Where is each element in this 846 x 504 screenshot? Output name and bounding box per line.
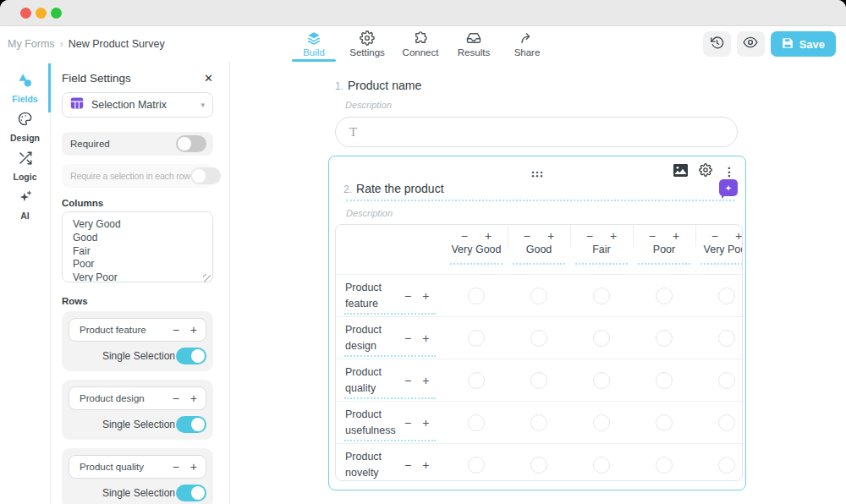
remove-column-button[interactable]: − xyxy=(586,230,593,242)
columns-textarea[interactable]: Very Good Good Fair Poor Very Poor xyxy=(62,211,213,282)
add-column-button[interactable]: + xyxy=(673,230,679,242)
matrix-column-label[interactable]: Good xyxy=(526,244,552,255)
radio-option[interactable] xyxy=(718,457,735,474)
radio-option[interactable] xyxy=(656,457,673,474)
add-row-button[interactable]: + xyxy=(422,375,429,386)
image-icon[interactable] xyxy=(673,164,688,180)
revision-history-button[interactable] xyxy=(703,31,731,57)
single-selection-toggle[interactable] xyxy=(176,485,206,501)
radio-option[interactable] xyxy=(718,288,735,304)
radio-option[interactable] xyxy=(656,414,673,431)
tab-settings[interactable]: Settings xyxy=(343,26,391,62)
question-title[interactable]: Product name xyxy=(348,79,421,92)
add-column-button[interactable]: + xyxy=(735,230,742,242)
tab-build[interactable]: Build xyxy=(290,26,338,62)
remove-row-button[interactable]: − xyxy=(173,392,179,404)
matrix-row-label[interactable]: Product novelty xyxy=(345,449,399,481)
matrix-column-label[interactable]: Very Poor xyxy=(704,244,743,255)
minimize-window-icon[interactable] xyxy=(36,8,47,19)
radio-option[interactable] xyxy=(718,372,735,389)
tab-results[interactable]: Results xyxy=(450,26,497,62)
rail-item-logic[interactable]: Logic xyxy=(0,146,50,185)
ai-assistant-button[interactable]: ✦ xyxy=(719,179,738,196)
question-title[interactable]: Rate the product xyxy=(356,182,444,195)
field-type-dropdown[interactable]: Selection Matrix ▾ xyxy=(62,92,213,118)
resize-handle[interactable] xyxy=(203,274,211,282)
matrix-row-label[interactable]: Product usefulness xyxy=(345,407,399,439)
radio-option[interactable] xyxy=(593,414,610,431)
zoom-window-icon[interactable] xyxy=(51,8,62,19)
tab-share[interactable]: Share xyxy=(503,26,551,62)
radio-option[interactable] xyxy=(593,330,610,347)
remove-row-button[interactable]: − xyxy=(404,459,411,471)
add-column-button[interactable]: + xyxy=(547,230,554,242)
radio-option[interactable] xyxy=(530,288,547,304)
radio-option[interactable] xyxy=(468,288,485,304)
tab-connect[interactable]: Connect xyxy=(397,26,444,62)
radio-option[interactable] xyxy=(718,414,735,431)
matrix-row-label[interactable]: Product feature xyxy=(345,280,399,312)
remove-column-button[interactable]: − xyxy=(524,230,530,242)
add-column-button[interactable]: + xyxy=(610,230,617,242)
matrix-column-label[interactable]: Very Good xyxy=(451,244,501,255)
add-row-button[interactable]: + xyxy=(422,290,429,302)
add-row-button[interactable]: + xyxy=(422,459,429,471)
rail-item-design[interactable]: Design xyxy=(0,107,50,146)
remove-column-button[interactable]: − xyxy=(711,230,718,242)
breadcrumb-form-title[interactable]: New Product Survey xyxy=(69,38,165,50)
add-row-button[interactable]: + xyxy=(190,461,197,473)
radio-option[interactable] xyxy=(468,330,485,347)
radio-option[interactable] xyxy=(656,330,673,347)
add-row-button[interactable]: + xyxy=(190,392,197,404)
more-options-icon[interactable]: ⋮ xyxy=(723,165,735,178)
radio-option[interactable] xyxy=(656,372,673,389)
radio-option[interactable] xyxy=(530,372,547,389)
rail-item-fields[interactable]: Fields xyxy=(0,68,50,107)
question-description-placeholder[interactable]: Description xyxy=(329,208,745,218)
matrix-column-label[interactable]: Fair xyxy=(592,244,611,255)
add-row-button[interactable]: + xyxy=(190,324,197,336)
preview-form-button[interactable] xyxy=(737,31,765,57)
radio-option[interactable] xyxy=(593,372,610,389)
remove-row-button[interactable]: − xyxy=(404,417,411,429)
product-name-input[interactable]: T xyxy=(335,117,738,147)
radio-option[interactable] xyxy=(530,457,547,474)
radio-option[interactable] xyxy=(468,372,485,389)
required-toggle[interactable] xyxy=(176,135,206,152)
matrix-row-label[interactable]: Product design xyxy=(345,322,399,354)
single-selection-toggle[interactable] xyxy=(176,348,206,364)
radio-option[interactable] xyxy=(718,330,735,347)
radio-option[interactable] xyxy=(530,330,547,347)
remove-row-button[interactable]: − xyxy=(404,375,411,386)
add-row-button[interactable]: + xyxy=(422,332,429,344)
remove-column-button[interactable]: − xyxy=(649,230,656,242)
matrix-column-label[interactable]: Poor xyxy=(653,244,675,255)
question-description-placeholder[interactable]: Description xyxy=(328,100,761,110)
remove-column-button[interactable]: − xyxy=(461,230,468,242)
matrix-row-label[interactable]: Product quality xyxy=(345,364,399,397)
row-label-input[interactable] xyxy=(78,461,168,473)
single-selection-toggle[interactable] xyxy=(176,416,206,433)
add-column-button[interactable]: + xyxy=(485,230,492,242)
remove-row-button[interactable]: − xyxy=(173,461,179,473)
radio-option[interactable] xyxy=(468,414,485,431)
radio-option[interactable] xyxy=(530,414,547,431)
remove-row-button[interactable]: − xyxy=(404,332,411,344)
save-button[interactable]: Save xyxy=(771,31,836,57)
question-2-selected-card[interactable]: ⋮ 2. Rate the product ✦ Description xyxy=(328,156,746,490)
remove-row-button[interactable]: − xyxy=(173,324,179,336)
radio-option[interactable] xyxy=(593,288,610,304)
drag-handle-icon[interactable] xyxy=(531,166,544,181)
remove-row-button[interactable]: − xyxy=(404,290,411,302)
row-label-input[interactable] xyxy=(78,324,168,336)
gear-icon[interactable] xyxy=(699,163,712,180)
add-row-button[interactable]: + xyxy=(422,417,429,429)
radio-option[interactable] xyxy=(593,457,610,474)
radio-option[interactable] xyxy=(468,457,485,474)
radio-option[interactable] xyxy=(656,288,673,304)
row-label-input[interactable] xyxy=(78,392,168,404)
rail-item-ai[interactable]: AI xyxy=(0,185,50,224)
breadcrumb-my-forms[interactable]: My Forms xyxy=(8,38,55,50)
close-panel-icon[interactable]: ✕ xyxy=(204,72,213,85)
close-window-icon[interactable] xyxy=(20,8,31,19)
